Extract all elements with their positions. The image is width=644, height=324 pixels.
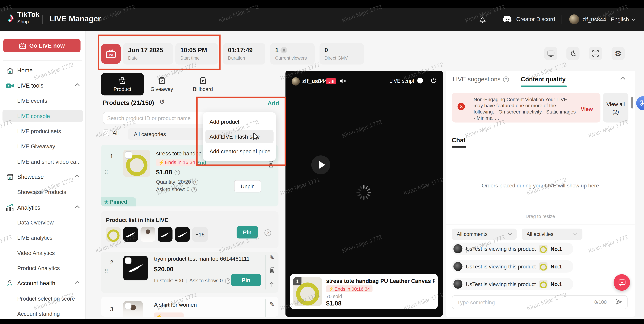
ask-to-show-row: Ask to show: 0 ?: [156, 187, 197, 192]
muted-speaker-icon[interactable]: [339, 78, 346, 84]
streamer-username: zlf_us844: [302, 78, 328, 84]
user-avatar[interactable]: [569, 14, 579, 24]
product-thumbnail[interactable]: [140, 227, 155, 242]
tab-live-suggestions[interactable]: LIVE suggestions ?: [453, 76, 509, 83]
drag-handle[interactable]: ⠿: [104, 268, 108, 274]
sidebar-item-live-events[interactable]: LIVE events: [0, 95, 86, 107]
delete-icon[interactable]: [268, 160, 274, 168]
pinned-label: Pinned: [110, 199, 127, 205]
drag-to-resize-handle[interactable]: Drag to resize: [446, 214, 635, 219]
go-live-now-button[interactable]: LIVE Go LIVE now: [3, 39, 80, 52]
move-to-top-icon[interactable]: [269, 280, 275, 287]
sidebar-item-label: LIVE product sets: [17, 128, 61, 134]
edit-icon[interactable]: ✎: [269, 301, 274, 308]
display-mode-button[interactable]: [544, 47, 557, 60]
settings-button[interactable]: ⚙: [612, 47, 625, 60]
sidebar-item-label: Home: [17, 67, 32, 74]
view-all-button[interactable]: View all (2): [603, 93, 628, 123]
product-thumbnail: [539, 245, 547, 253]
ask-help-icon[interactable]: ?: [225, 278, 230, 284]
sidebar-item-label: LIVE and short video ca...: [17, 158, 81, 165]
delete-icon[interactable]: [269, 266, 275, 273]
product-thumbnail[interactable]: [123, 227, 138, 242]
page-title: LIVE Manager: [49, 14, 101, 23]
live-script-toggle[interactable]: [417, 78, 423, 83]
scrollbar-thumb[interactable]: [631, 97, 633, 108]
suggestions-help-icon[interactable]: ?: [503, 76, 509, 82]
collapse-chevron-icon[interactable]: [620, 76, 626, 80]
refresh-icon[interactable]: ↺: [160, 98, 165, 106]
chat-floating-button[interactable]: [614, 274, 630, 291]
sidebar-item-live-console[interactable]: LIVE console: [0, 110, 86, 122]
sidebar-group-live-tools[interactable]: LIVE tools: [0, 79, 86, 92]
command-shortcut-button[interactable]: ⌘: [636, 96, 644, 110]
tab-billboard[interactable]: Billboard: [182, 73, 224, 95]
language-selector[interactable]: English: [611, 17, 636, 23]
power-icon[interactable]: [430, 77, 437, 84]
product-thumbnail[interactable]: [158, 227, 172, 242]
viewer-avatar: [454, 244, 462, 253]
unpin-button[interactable]: Unpin: [234, 180, 261, 192]
tab-giveaway[interactable]: Giveaway: [140, 73, 183, 95]
live-video-player[interactable]: zlf_us844 LIVE script: [286, 71, 443, 316]
product-thumbnail[interactable]: [106, 227, 121, 242]
sidebar-item-showcase-products[interactable]: Showcase Products: [0, 186, 86, 198]
pinned-product-overlay-card[interactable]: 1 stress tote handbag PU Leather Canvas …: [290, 274, 438, 309]
view-link[interactable]: View: [581, 106, 593, 112]
sidebar-item-live-analytics[interactable]: LIVE analytics: [0, 232, 86, 244]
chevron-down-icon: [508, 233, 512, 236]
sidebar-item-account-standing[interactable]: Account standing: [0, 307, 86, 320]
play-button[interactable]: [311, 155, 330, 174]
sidebar-item-data-overview[interactable]: Data Overview: [0, 216, 86, 229]
sidebar-item-product-analytics[interactable]: Product Analytics: [0, 262, 86, 274]
dark-mode-button[interactable]: [566, 47, 580, 60]
drag-handle[interactable]: ⠿: [104, 170, 108, 176]
stat-card-current-viewers: 1 Current viewers: [270, 43, 314, 65]
help-icon[interactable]: ?: [264, 229, 271, 236]
product-checkbox[interactable]: [125, 257, 132, 264]
viewer-avatar: [454, 262, 462, 271]
giveaway-icon: [158, 76, 166, 85]
live-list-title: Product list in this LIVE: [106, 217, 168, 223]
select-all-checkbox[interactable]: [103, 129, 109, 136]
stock-label: In stock: 800: [154, 278, 183, 284]
sidebar-item-live-short-video[interactable]: LIVE and short video ca...: [0, 155, 86, 168]
sidebar-item-home[interactable]: Home: [0, 64, 86, 76]
sidebar-item-product-selection-score[interactable]: Product selection score: [0, 292, 86, 305]
product-price: $20.00: [154, 266, 174, 273]
ask-help-icon[interactable]: ?: [192, 187, 197, 192]
chat-title: Chat: [452, 136, 466, 144]
send-icon[interactable]: [616, 298, 622, 305]
pin-button[interactable]: Pin: [236, 226, 258, 238]
product-checkbox[interactable]: [125, 151, 132, 159]
product-thumbnail[interactable]: [175, 227, 190, 242]
activity-row: UsTest is viewing this product No.1: [452, 243, 574, 255]
notification-bell-icon[interactable]: [478, 15, 487, 24]
more-products-chip[interactable]: +16: [192, 227, 208, 242]
sidebar-group-showcase[interactable]: Showcase: [0, 171, 86, 183]
price-help-icon[interactable]: ?: [174, 170, 180, 175]
comments-filter-dropdown[interactable]: All comments: [452, 229, 517, 240]
menu-item-add-product[interactable]: Add product: [205, 115, 274, 128]
add-button[interactable]: + Add: [262, 99, 279, 107]
edit-icon[interactable]: ✎: [269, 254, 274, 261]
menu-item-add-live-flash-sale[interactable]: Add LIVE Flash sale: [205, 130, 274, 143]
end-early-link[interactable]: End: [196, 159, 206, 166]
sidebar-item-live-product-sets[interactable]: LIVE product sets: [0, 125, 86, 137]
sidebar-group-account-health[interactable]: Account health: [0, 277, 86, 289]
pin-button[interactable]: Pin: [231, 274, 261, 286]
sidebar-group-analytics[interactable]: Analytics: [0, 201, 86, 214]
sidebar-item-live-giveaway[interactable]: LIVE Giveaway: [0, 140, 86, 152]
creator-discord-link[interactable]: Creator Discord: [502, 15, 555, 23]
tiktok-shop-logo[interactable]: ♪ TikTok Shop: [8, 10, 40, 25]
sidebar-item-video-analytics[interactable]: Video Analytics: [0, 247, 86, 259]
activities-filter-label: All activities: [526, 231, 553, 237]
flash-sale-badge: ⚡: [154, 312, 184, 316]
quantity-info-icon[interactable]: i: [193, 180, 198, 185]
menu-item-add-creator-special-price[interactable]: Add creator special price: [205, 145, 274, 158]
tab-content-quality[interactable]: Content quality: [521, 76, 566, 83]
product-checkbox[interactable]: [125, 303, 132, 309]
activities-filter-dropdown[interactable]: All activities: [522, 229, 582, 240]
tab-product[interactable]: Product: [101, 73, 144, 95]
fullscreen-button[interactable]: [589, 47, 602, 60]
